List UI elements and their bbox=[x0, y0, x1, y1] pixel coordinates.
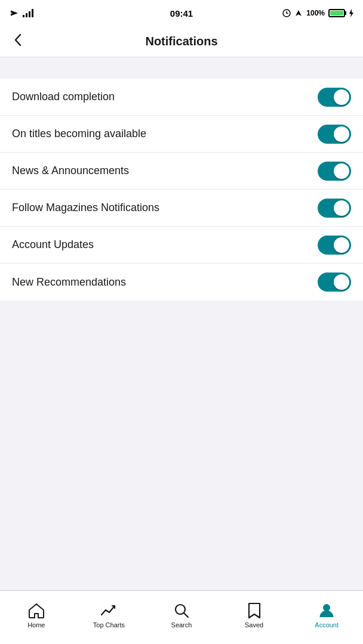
page-title: Notifications bbox=[145, 35, 217, 48]
main-content bbox=[0, 301, 363, 590]
status-bar: 09:41 100% bbox=[0, 0, 363, 26]
nav-label-home: Home bbox=[27, 621, 45, 628]
setting-label: Account Updates bbox=[12, 239, 94, 251]
top-charts-icon bbox=[100, 602, 117, 619]
saved-icon bbox=[246, 602, 263, 619]
svg-rect-3 bbox=[32, 9, 33, 17]
nav-item-home[interactable]: Home bbox=[0, 591, 73, 644]
status-time: 09:41 bbox=[170, 8, 193, 18]
titles-available-toggle[interactable] bbox=[318, 125, 351, 144]
battery-indicator bbox=[328, 9, 345, 17]
settings-list: Download completion On titles becoming a… bbox=[0, 79, 363, 301]
toggle-knob bbox=[334, 126, 349, 142]
follow-magazines-toggle[interactable] bbox=[318, 199, 351, 218]
list-item: Download completion bbox=[0, 79, 363, 116]
nav-item-account[interactable]: Account bbox=[290, 591, 363, 644]
new-recommendations-toggle[interactable] bbox=[318, 273, 351, 292]
nav-label-top-charts: Top Charts bbox=[93, 621, 125, 628]
setting-label: Download completion bbox=[12, 91, 115, 103]
battery-percent: 100% bbox=[306, 9, 325, 17]
setting-label: On titles becoming available bbox=[12, 128, 146, 140]
nav-item-top-charts[interactable]: Top Charts bbox=[73, 591, 146, 644]
svg-rect-2 bbox=[29, 11, 30, 17]
status-right: 100% bbox=[282, 9, 353, 17]
toggle-knob bbox=[334, 200, 349, 216]
airplane-icon bbox=[10, 8, 19, 18]
list-item: New Recommendations bbox=[0, 264, 363, 301]
svg-point-7 bbox=[324, 604, 330, 611]
account-updates-toggle[interactable] bbox=[318, 236, 351, 255]
svg-rect-0 bbox=[23, 15, 24, 17]
list-item: Account Updates bbox=[0, 227, 363, 264]
nav-label-saved: Saved bbox=[245, 621, 263, 628]
toggle-knob bbox=[334, 237, 349, 253]
account-icon bbox=[318, 602, 335, 619]
setting-label: New Recommendations bbox=[12, 276, 126, 289]
list-item: News & Announcements bbox=[0, 153, 363, 190]
list-item: Follow Magazines Notifications bbox=[0, 190, 363, 227]
signal-icon bbox=[23, 9, 33, 17]
nav-item-saved[interactable]: Saved bbox=[218, 591, 291, 644]
list-item: On titles becoming available bbox=[0, 116, 363, 153]
bottom-nav: Home Top Charts Search Saved bbox=[0, 590, 363, 644]
location-icon bbox=[282, 9, 291, 17]
nav-item-search[interactable]: Search bbox=[145, 591, 218, 644]
setting-label: News & Announcements bbox=[12, 165, 129, 177]
nav-arrow-icon bbox=[294, 9, 303, 17]
status-left bbox=[10, 8, 33, 18]
charging-icon bbox=[349, 9, 353, 17]
news-announcements-toggle[interactable] bbox=[318, 162, 351, 181]
nav-label-account: Account bbox=[315, 621, 339, 628]
header: Notifications bbox=[0, 26, 363, 57]
back-button[interactable] bbox=[10, 29, 26, 55]
svg-line-6 bbox=[184, 613, 188, 617]
download-completion-toggle[interactable] bbox=[318, 88, 351, 107]
section-spacer bbox=[0, 57, 363, 79]
home-icon bbox=[28, 602, 45, 619]
toggle-knob bbox=[334, 274, 349, 290]
nav-label-search: Search bbox=[171, 621, 192, 628]
toggle-knob bbox=[334, 163, 349, 179]
search-icon bbox=[173, 602, 190, 619]
svg-rect-1 bbox=[26, 13, 27, 17]
setting-label: Follow Magazines Notifications bbox=[12, 202, 159, 214]
toggle-knob bbox=[334, 89, 349, 105]
